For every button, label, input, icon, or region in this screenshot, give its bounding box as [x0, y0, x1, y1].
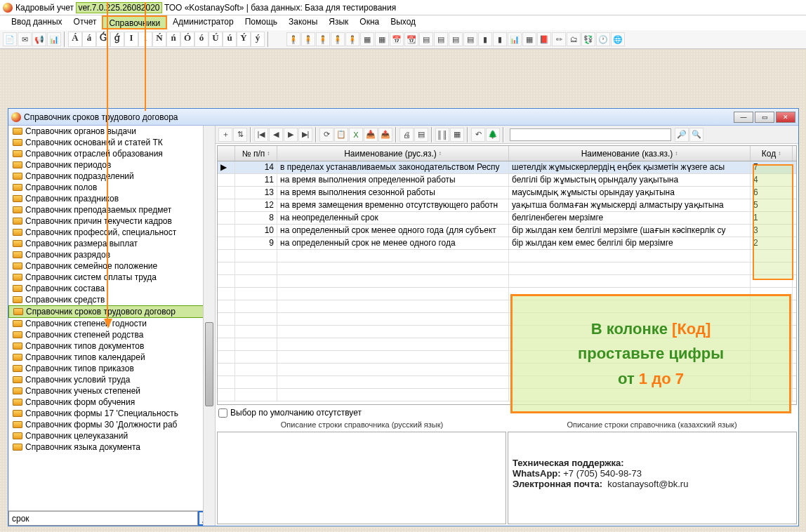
tree-item[interactable]: Справочник полов	[8, 182, 215, 193]
col-name-rus[interactable]: Наименование (рус.яз.)↕	[277, 146, 509, 161]
tree-item[interactable]: Справочник отраслей образования	[8, 148, 215, 159]
char-Ý[interactable]: Ý	[237, 32, 251, 47]
toolbar-icon-2[interactable]: 🧍	[316, 32, 330, 46]
toolbar-icon-16[interactable]: ▦	[522, 32, 536, 46]
char-ý[interactable]: ý	[251, 32, 265, 47]
cell-code[interactable]: 4	[751, 174, 793, 186]
char-á[interactable]: á	[82, 32, 96, 47]
tree-item[interactable]: Справочник средств	[8, 294, 215, 305]
cell-code[interactable]: 6	[751, 187, 793, 199]
tree-item[interactable]: Справочник профессий, специальност	[8, 227, 215, 238]
tree-item[interactable]: Справочник органов выдачи	[8, 126, 215, 137]
undo-icon[interactable]: ↶	[471, 128, 485, 142]
menu-help[interactable]: Помощь	[239, 15, 283, 29]
toolbar-icon-10[interactable]: ▤	[434, 32, 448, 46]
tb-megaphone-icon[interactable]: 📢	[32, 32, 46, 46]
char-Á[interactable]: Á	[68, 32, 82, 47]
search-input[interactable]	[8, 511, 198, 526]
tree-item[interactable]: Справочник семейное положение	[8, 260, 215, 272]
tree-item[interactable]: Справочник формы 30 'Должности раб	[8, 419, 215, 430]
grid-filter-input[interactable]	[510, 128, 671, 141]
cell-code[interactable]: 1	[751, 212, 793, 224]
first-icon[interactable]: |◀	[254, 128, 268, 142]
menu-admin[interactable]: Администратор	[167, 15, 239, 29]
print-icon[interactable]: 🖨	[399, 128, 414, 142]
refresh-icon[interactable]: ⟳	[319, 128, 333, 142]
menu-lang[interactable]: Язык	[323, 15, 354, 29]
next-icon[interactable]: ▶	[284, 128, 298, 142]
toolbar-icon-0[interactable]: 🧍	[286, 32, 300, 46]
toolbar-icon-13[interactable]: ▮	[478, 32, 492, 46]
col-number[interactable]: № п/п↕	[235, 146, 277, 161]
menu-laws[interactable]: Законы	[283, 15, 323, 29]
tree-item[interactable]: Справочник оснований и статей ТК	[8, 137, 215, 148]
toolbar-icon-7[interactable]: 📅	[390, 32, 404, 46]
tb-stats-icon[interactable]: 📊	[47, 32, 61, 46]
toolbar-icon-1[interactable]: 🧍	[301, 32, 315, 46]
barcode-icon[interactable]: ║║	[435, 128, 449, 142]
maximize-button[interactable]: ▭	[755, 112, 774, 123]
desc-kaz-box[interactable]: Техническая поддержка: WhatsApp: +7 (705…	[508, 432, 797, 524]
toolbar-icon-4[interactable]: 🧍	[345, 32, 359, 46]
toolbar-icon-6[interactable]: ▦	[375, 32, 389, 46]
toolbar-icon-8[interactable]: 📆	[404, 32, 418, 46]
menu-report[interactable]: Отчет	[68, 15, 103, 29]
toolbar-icon-21[interactable]: 🕐	[596, 32, 610, 46]
add-icon[interactable]: ＋	[218, 128, 232, 142]
table-row[interactable]: 10на определенный срок менее одного года…	[218, 225, 796, 237]
find-next-icon[interactable]: 🔍	[689, 128, 703, 142]
cell-code[interactable]: 5	[751, 199, 793, 211]
toolbar-icon-20[interactable]: 💱	[581, 32, 595, 46]
table-row[interactable]: 11на время выполнения определенной работ…	[218, 174, 796, 187]
char-Ǵ[interactable]: Ǵ	[96, 32, 110, 47]
excel-icon[interactable]: X	[349, 128, 363, 142]
table-row[interactable]: ▶14в пределах устанавливаемых законодате…	[218, 161, 796, 174]
cell-code[interactable]: 7	[751, 161, 793, 173]
toolbar-icon-12[interactable]: ▤	[463, 32, 477, 46]
toolbar-icon-18[interactable]: ✏	[552, 32, 566, 46]
default-checkbox[interactable]	[218, 408, 227, 418]
tree-item[interactable]: Справочник периодов	[8, 159, 215, 171]
menu-directories[interactable]: Справочники	[102, 15, 167, 29]
minimize-button[interactable]: —	[734, 112, 753, 123]
char-ń[interactable]: ń	[166, 32, 180, 47]
toolbar-icon-22[interactable]: 🌐	[611, 32, 625, 46]
tree-item[interactable]: Справочник условий труда	[8, 374, 215, 385]
tree-item[interactable]: Справочник размера выплат	[8, 238, 215, 249]
tree-icon[interactable]: 🌲	[486, 128, 500, 142]
tree-item[interactable]: Справочник типов календарей	[8, 352, 215, 363]
toolbar-icon-5[interactable]: ▦	[360, 32, 374, 46]
char-Ń[interactable]: Ń	[152, 32, 166, 47]
table-row[interactable]: 8на неопределенный срокбелгіленбеген мер…	[218, 212, 796, 225]
char-Ó[interactable]: Ó	[180, 32, 194, 47]
tb-mail-icon[interactable]: ✉	[18, 32, 32, 46]
reorder-icon[interactable]: ⇅	[233, 128, 247, 142]
tree-item[interactable]: Справочник степеней годности	[8, 318, 215, 329]
toolbar-icon-9[interactable]: ▤	[419, 32, 433, 46]
cell-code[interactable]: 2	[751, 237, 793, 249]
last-icon[interactable]: ▶|	[298, 128, 312, 142]
grid-icon[interactable]: ▦	[450, 128, 464, 142]
char-ı[interactable]: ı	[138, 32, 152, 47]
tree-item[interactable]: Справочник состава	[8, 283, 215, 294]
toolbar-icon-19[interactable]: 🗂	[567, 32, 581, 46]
char-ú[interactable]: ú	[223, 32, 237, 47]
tree-item[interactable]: Справочник формы 17 'Специальность	[8, 408, 215, 419]
tree-item[interactable]: Справочник типов приказов	[8, 363, 215, 374]
filter-icon[interactable]: ▤	[414, 128, 428, 142]
close-button[interactable]: ✕	[776, 112, 795, 123]
tree-item[interactable]: Справочник форм обучения	[8, 397, 215, 408]
tb-doc-icon[interactable]: 📄	[3, 32, 17, 46]
find-icon[interactable]: 🔎	[675, 128, 689, 142]
menu-windows[interactable]: Окна	[354, 15, 385, 29]
import-icon[interactable]: 📥	[364, 128, 378, 142]
table-row[interactable]: 13на время выполнения сезонной работымау…	[218, 187, 796, 199]
table-row[interactable]: 12на время замещения временно отсутствую…	[218, 199, 796, 212]
tree-item[interactable]: Справочник праздников	[8, 193, 215, 204]
col-name-kaz[interactable]: Наименование (каз.яз.)↕	[509, 146, 751, 161]
toolbar-icon-17[interactable]: 📕	[537, 32, 551, 46]
table-row[interactable]: 9на определенный срок не менее одного го…	[218, 237, 796, 250]
char-Ú[interactable]: Ú	[209, 32, 223, 47]
desc-rus-box[interactable]	[217, 432, 506, 524]
prev-icon[interactable]: ◀	[269, 128, 283, 142]
